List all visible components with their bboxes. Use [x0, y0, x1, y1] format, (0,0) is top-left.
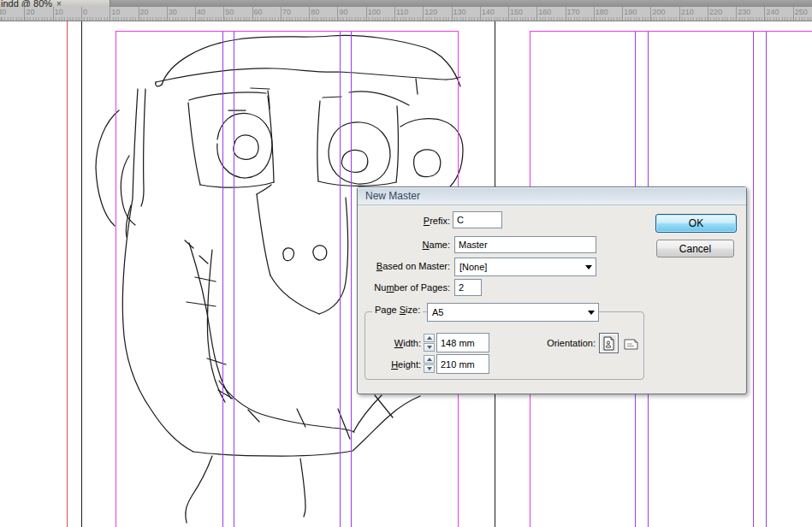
- ruler-major-tick: [195, 7, 196, 21]
- ruler-number: 140: [482, 8, 495, 16]
- document-tab[interactable]: indd @ 80%×: [0, 0, 110, 7]
- ruler-major-tick: [167, 7, 168, 21]
- ruler-number: 160: [538, 8, 551, 16]
- ruler-major-tick: [337, 7, 338, 21]
- column-guide[interactable]: [753, 31, 754, 527]
- ruler-major-tick: [594, 7, 595, 21]
- column-guide[interactable]: [222, 31, 223, 527]
- orientation-landscape-button[interactable]: [622, 336, 640, 352]
- prefix-label: Prefix:: [358, 216, 450, 226]
- ruler-major-tick: [423, 7, 424, 21]
- tab-close-icon[interactable]: ×: [56, 0, 62, 7]
- number-of-pages-label: Number of Pages:: [358, 282, 450, 293]
- cancel-button[interactable]: Cancel: [656, 240, 734, 258]
- ruler-major-tick: [110, 7, 110, 21]
- ruler-minor-ticks: [0, 17, 812, 21]
- height-input[interactable]: [436, 354, 489, 374]
- width-label: Width:: [365, 338, 421, 348]
- column-guide[interactable]: [351, 31, 352, 527]
- ruler-number: 10: [55, 8, 63, 16]
- ruler-major-tick: [536, 7, 537, 21]
- ruler-major-tick: [793, 7, 794, 21]
- ruler-major-tick: [508, 7, 509, 21]
- ruler-major-tick: [736, 7, 737, 21]
- portrait-page-icon: [603, 336, 614, 351]
- ruler-major-tick: [252, 7, 253, 21]
- ruler-number: 40: [197, 8, 205, 16]
- based-on-master-dropdown[interactable]: [None]: [454, 258, 596, 276]
- ruler-number: 20: [26, 8, 34, 16]
- horizontal-ruler[interactable]: 3020100102030405060708090100110120130140…: [0, 7, 812, 21]
- ruler-major-tick: [53, 7, 54, 21]
- ruler-major-tick: [81, 7, 82, 21]
- page-edge-left[interactable]: [81, 21, 82, 527]
- ruler-major-tick: [366, 7, 367, 21]
- ruler-number: 90: [339, 8, 347, 16]
- ruler-number: 70: [282, 8, 291, 16]
- chevron-down-icon: [585, 265, 592, 269]
- dialog-title-bar[interactable]: New Master: [358, 187, 746, 205]
- column-guide[interactable]: [340, 31, 341, 527]
- ruler-number: 110: [396, 8, 408, 16]
- ruler-number: 200: [652, 8, 665, 16]
- ruler-major-tick: [480, 7, 481, 21]
- ruler-major-tick: [650, 7, 651, 21]
- top-margin-guide[interactable]: [116, 31, 459, 32]
- ruler-number: 30: [169, 8, 177, 16]
- width-stepper-down-icon[interactable]: [424, 343, 435, 352]
- ruler-major-tick: [764, 7, 765, 21]
- document-tab-title: indd @ 80%: [0, 0, 52, 7]
- orientation-portrait-button[interactable]: [599, 333, 619, 353]
- width-stepper-up-icon[interactable]: [424, 334, 435, 342]
- ruler-number: 20: [140, 8, 149, 16]
- new-master-dialog[interactable]: New Master Prefix: Name: Based on Master…: [357, 187, 747, 394]
- height-stepper-up-icon[interactable]: [424, 355, 435, 364]
- landscape-page-icon: [624, 339, 638, 350]
- ruler-number: 80: [311, 8, 319, 16]
- orientation-label: Orientation:: [486, 338, 596, 348]
- ruler-major-tick: [708, 7, 708, 21]
- page-size-dropdown[interactable]: A5: [427, 303, 599, 322]
- ruler-major-tick: [622, 7, 623, 21]
- application-tab-bar: indd @ 80%×: [0, 0, 812, 7]
- ruler-number: 30: [0, 8, 6, 16]
- top-margin-guide[interactable]: [530, 31, 812, 32]
- ruler-major-tick: [139, 7, 139, 21]
- number-of-pages-input[interactable]: [454, 279, 482, 296]
- ok-button[interactable]: OK: [655, 214, 737, 233]
- ruler-number: 130: [453, 8, 466, 16]
- ruler-number: 60: [254, 8, 263, 16]
- based-on-master-value: [None]: [459, 262, 487, 272]
- ruler-number: 240: [766, 8, 779, 16]
- ruler-number: 170: [567, 8, 580, 16]
- ruler-major-tick: [394, 7, 395, 21]
- ruler-major-tick: [223, 7, 224, 21]
- ruler-number: 220: [709, 8, 722, 16]
- height-stepper[interactable]: [424, 355, 435, 374]
- chevron-down-icon: [588, 311, 595, 315]
- ruler-number: 210: [681, 8, 694, 16]
- column-guide[interactable]: [766, 31, 767, 527]
- column-guide[interactable]: [234, 31, 234, 527]
- ruler-major-tick: [281, 7, 282, 21]
- ruler-major-tick: [679, 7, 680, 21]
- width-stepper[interactable]: [424, 334, 435, 352]
- width-input[interactable]: [436, 333, 489, 352]
- ruler-major-tick: [309, 7, 310, 21]
- ruler-major-tick: [452, 7, 453, 21]
- ruler-number: 230: [738, 8, 750, 16]
- margin-guide[interactable]: [116, 31, 116, 527]
- page-size-value: A5: [432, 307, 443, 317]
- name-input[interactable]: [454, 236, 596, 253]
- prefix-input[interactable]: [453, 211, 502, 228]
- height-stepper-down-icon[interactable]: [424, 364, 435, 373]
- ruler-major-tick: [566, 7, 566, 21]
- bleed-guide[interactable]: [67, 21, 68, 527]
- ruler-number: 250: [795, 8, 808, 16]
- ruler-number: 100: [368, 8, 381, 16]
- ruler-major-tick: [24, 7, 25, 21]
- based-on-master-label: Based on Master:: [358, 261, 450, 271]
- page-size-label: Page Size:: [372, 305, 423, 315]
- ruler-number: 190: [624, 8, 637, 16]
- ruler-number: 0: [83, 8, 87, 16]
